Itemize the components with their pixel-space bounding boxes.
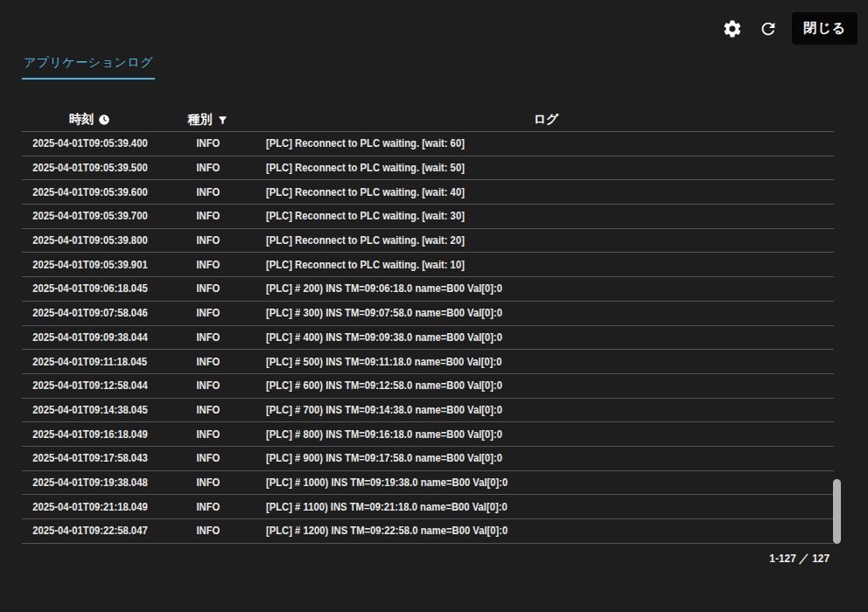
- log-type-text: INFO: [196, 476, 220, 489]
- log-time-cell: 2025-04-01T09:19:38.048: [22, 476, 158, 489]
- log-type-text: INFO: [196, 331, 220, 344]
- log-type-text: INFO: [196, 210, 220, 222]
- log-type-text: INFO: [196, 501, 220, 513]
- log-log-text: [PLC] # 300) INS TM=09:07:58.0 name=B00 …: [266, 307, 502, 319]
- time-header-label: 時刻: [69, 112, 94, 128]
- log-log-cell: [PLC] # 1200) INS TM=09:22:58.0 name=B00…: [258, 525, 834, 537]
- clock-icon: [98, 114, 110, 126]
- log-table-header: 時刻 種別 ログ: [22, 108, 834, 131]
- table-row: 2025-04-01T09:19:38.048INFO[PLC] # 1000)…: [22, 471, 834, 496]
- table-row: 2025-04-01T09:09:38.044INFO[PLC] # 400) …: [22, 326, 834, 351]
- refresh-button[interactable]: [759, 19, 778, 38]
- log-time-text: 2025-04-01T09:06:18.045: [32, 282, 147, 295]
- log-time-cell: 2025-04-01T09:05:39.800: [22, 234, 158, 247]
- log-time-text: 2025-04-01T09:12:58.044: [32, 379, 147, 392]
- log-type-text: INFO: [196, 428, 220, 441]
- log-log-cell: [PLC] # 200) INS TM=09:06:18.0 name=B00 …: [258, 282, 834, 295]
- log-time-text: 2025-04-01T09:05:39.500: [32, 162, 147, 174]
- log-time-text: 2025-04-01T09:21:18.049: [32, 501, 147, 513]
- log-type-cell: INFO: [158, 186, 258, 198]
- log-type-text: INFO: [196, 307, 220, 319]
- table-row: 2025-04-01T09:05:39.700INFO[PLC] Reconne…: [22, 205, 834, 229]
- type-header-label: 種別: [188, 112, 213, 128]
- log-log-cell: [PLC] # 1000) INS TM=09:19:38.0 name=B00…: [258, 476, 834, 489]
- log-log-text: [PLC] # 400) INS TM=09:09:38.0 name=B00 …: [266, 331, 502, 344]
- log-time-text: 2025-04-01T09:05:39.600: [32, 186, 147, 198]
- log-log-cell: [PLC] Reconnect to PLC waiting. [wait: 3…: [258, 210, 834, 222]
- table-row: 2025-04-01T09:12:58.044INFO[PLC] # 600) …: [22, 374, 834, 399]
- table-row: 2025-04-01T09:14:38.045INFO[PLC] # 700) …: [22, 399, 834, 423]
- tab-bar: アプリケーションログ: [22, 53, 155, 80]
- table-row: 2025-04-01T09:05:39.800INFO[PLC] Reconne…: [22, 229, 834, 254]
- gear-icon: [722, 29, 743, 42]
- log-type-cell: INFO: [158, 282, 258, 295]
- table-row: 2025-04-01T09:21:18.049INFO[PLC] # 1100)…: [22, 495, 834, 519]
- log-log-cell: [PLC] Reconnect to PLC waiting. [wait: 1…: [258, 259, 834, 271]
- log-log-text: [PLC] # 800) INS TM=09:16:18.0 name=B00 …: [266, 428, 502, 441]
- app-log-window: 閉じる アプリケーションログ 時刻 種別 ログ 2025-04-01T09:05…: [0, 0, 868, 612]
- log-time-text: 2025-04-01T09:19:38.048: [32, 476, 147, 489]
- log-log-cell: [PLC] Reconnect to PLC waiting. [wait: 2…: [258, 234, 834, 247]
- log-type-cell: INFO: [158, 259, 258, 271]
- log-log-cell: [PLC] Reconnect to PLC waiting. [wait: 4…: [258, 186, 834, 198]
- log-time-cell: 2025-04-01T09:05:39.400: [22, 137, 158, 150]
- log-log-cell: [PLC] Reconnect to PLC waiting. [wait: 5…: [258, 162, 834, 174]
- log-time-text: 2025-04-01T09:05:39.800: [32, 234, 147, 247]
- table-row: 2025-04-01T09:22:58.047INFO[PLC] # 1200)…: [22, 519, 834, 544]
- log-time-text: 2025-04-01T09:16:18.049: [32, 428, 147, 441]
- log-log-cell: [PLC] # 500) INS TM=09:11:18.0 name=B00 …: [258, 356, 834, 368]
- filter-icon: [217, 115, 228, 126]
- log-log-cell: [PLC] # 600) INS TM=09:12:58.0 name=B00 …: [258, 379, 834, 392]
- column-header-type[interactable]: 種別: [158, 112, 258, 128]
- log-type-cell: INFO: [158, 356, 258, 368]
- table-row: 2025-04-01T09:05:39.400INFO[PLC] Reconne…: [22, 132, 834, 156]
- log-log-text: [PLC] Reconnect to PLC waiting. [wait: 3…: [266, 210, 465, 222]
- log-time-text: 2025-04-01T09:11:18.045: [32, 356, 147, 368]
- log-type-text: INFO: [196, 137, 220, 150]
- refresh-icon: [759, 28, 778, 41]
- log-type-cell: INFO: [158, 137, 258, 150]
- log-time-text: 2025-04-01T09:22:58.047: [32, 525, 147, 537]
- log-time-cell: 2025-04-01T09:09:38.044: [22, 331, 158, 344]
- log-log-cell: [PLC] Reconnect to PLC waiting. [wait: 6…: [258, 137, 834, 150]
- log-type-text: INFO: [196, 452, 220, 464]
- scrollbar-thumb[interactable]: [833, 479, 841, 544]
- log-type-text: INFO: [196, 404, 220, 416]
- log-time-cell: 2025-04-01T09:11:18.045: [22, 356, 158, 368]
- log-type-text: INFO: [196, 356, 220, 368]
- log-log-text: [PLC] # 700) INS TM=09:14:38.0 name=B00 …: [266, 404, 502, 416]
- log-type-text: INFO: [196, 186, 220, 198]
- table-row: 2025-04-01T09:17:58.043INFO[PLC] # 900) …: [22, 447, 834, 471]
- tab-application-log[interactable]: アプリケーションログ: [22, 53, 155, 80]
- log-log-cell: [PLC] # 800) INS TM=09:16:18.0 name=B00 …: [258, 428, 834, 441]
- log-log-text: [PLC] # 900) INS TM=09:17:58.0 name=B00 …: [266, 452, 502, 464]
- table-row: 2025-04-01T09:05:39.901INFO[PLC] Reconne…: [22, 253, 834, 277]
- log-log-cell: [PLC] # 300) INS TM=09:07:58.0 name=B00 …: [258, 307, 834, 319]
- log-log-text: [PLC] Reconnect to PLC waiting. [wait: 5…: [266, 162, 465, 174]
- log-type-cell: INFO: [158, 525, 258, 537]
- log-log-text: [PLC] # 1200) INS TM=09:22:58.0 name=B00…: [266, 525, 508, 537]
- log-type-cell: INFO: [158, 210, 258, 222]
- log-type-text: INFO: [196, 259, 220, 271]
- log-log-text: [PLC] Reconnect to PLC waiting. [wait: 2…: [266, 234, 465, 247]
- log-header-label: ログ: [534, 112, 559, 128]
- log-type-cell: INFO: [158, 379, 258, 392]
- column-header-time[interactable]: 時刻: [22, 112, 158, 128]
- log-log-text: [PLC] # 200) INS TM=09:06:18.0 name=B00 …: [266, 282, 502, 295]
- log-time-cell: 2025-04-01T09:22:58.047: [22, 525, 158, 537]
- log-time-cell: 2025-04-01T09:05:39.500: [22, 162, 158, 174]
- close-button[interactable]: 閉じる: [792, 12, 858, 45]
- log-time-cell: 2025-04-01T09:06:18.045: [22, 282, 158, 295]
- log-time-cell: 2025-04-01T09:17:58.043: [22, 452, 158, 464]
- log-log-text: [PLC] # 600) INS TM=09:12:58.0 name=B00 …: [266, 379, 502, 392]
- log-time-cell: 2025-04-01T09:14:38.045: [22, 404, 158, 416]
- close-button-label: 閉じる: [803, 20, 846, 37]
- log-time-text: 2025-04-01T09:09:38.044: [32, 331, 147, 344]
- settings-button[interactable]: [722, 18, 743, 39]
- log-log-cell: [PLC] # 1100) INS TM=09:21:18.0 name=B00…: [258, 501, 834, 513]
- table-row: 2025-04-01T09:07:58.046INFO[PLC] # 300) …: [22, 302, 834, 326]
- log-type-cell: INFO: [158, 501, 258, 513]
- log-time-text: 2025-04-01T09:05:39.700: [32, 210, 147, 222]
- table-row: 2025-04-01T09:05:39.500INFO[PLC] Reconne…: [22, 156, 834, 181]
- log-table-body: 2025-04-01T09:05:39.400INFO[PLC] Reconne…: [22, 131, 834, 545]
